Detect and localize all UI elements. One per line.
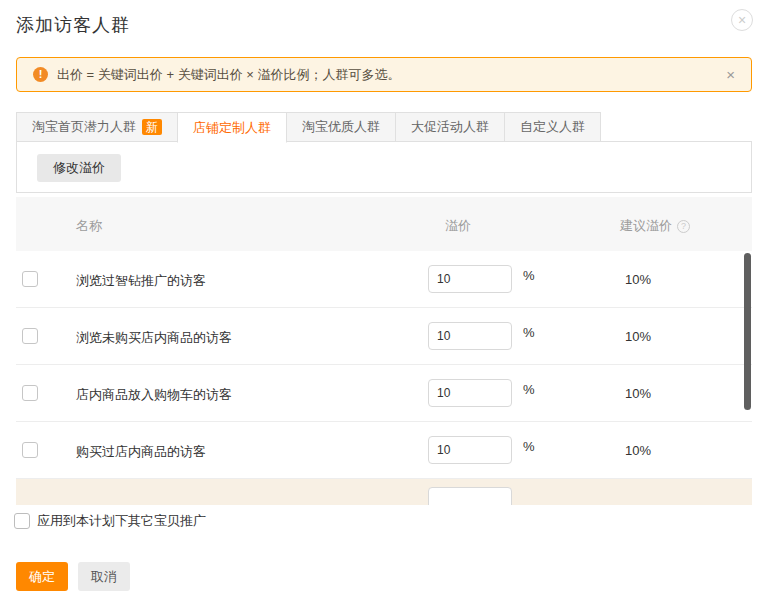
column-header-name: 名称 bbox=[76, 217, 102, 235]
column-header-premium: 溢价 bbox=[445, 217, 471, 235]
bid-formula-banner: ! 出价 = 关键词出价 + 关键词出价 × 溢价比例；人群可多选。 × bbox=[16, 57, 752, 92]
tab-0[interactable]: 淘宝首页潜力人群新 bbox=[16, 112, 178, 142]
percent-sign: % bbox=[523, 268, 535, 283]
table-row-partial bbox=[16, 479, 752, 505]
table-row: 购买过店内商品的访客 % 10% bbox=[16, 422, 752, 479]
modify-premium-button[interactable]: 修改溢价 bbox=[37, 154, 121, 182]
suggested-premium-value: 10% bbox=[625, 443, 651, 458]
tab-3[interactable]: 大促活动人群 bbox=[395, 112, 505, 142]
tab-label: 大促活动人群 bbox=[411, 118, 489, 136]
banner-text: 出价 = 关键词出价 + 关键词出价 × 溢价比例；人群可多选。 bbox=[57, 66, 400, 84]
scrollbar-thumb[interactable] bbox=[744, 253, 751, 410]
apply-to-plan-row[interactable]: 应用到本计划下其它宝贝推广 bbox=[14, 512, 206, 530]
percent-sign: % bbox=[523, 439, 535, 454]
tab-label: 自定义人群 bbox=[520, 118, 585, 136]
audience-name: 浏览过智钻推广的访客 bbox=[76, 272, 206, 290]
tab-content-panel: 修改溢价 bbox=[16, 141, 752, 193]
table-header: 名称 溢价 建议溢价 ? bbox=[16, 197, 752, 251]
tab-label: 店铺定制人群 bbox=[193, 119, 271, 137]
confirm-button[interactable]: 确定 bbox=[16, 562, 68, 591]
row-checkbox[interactable] bbox=[22, 442, 38, 458]
premium-input[interactable] bbox=[428, 487, 512, 505]
audience-list: 浏览过智钻推广的访客 % 10% 浏览未购买店内商品的访客 % 10% 店内商品… bbox=[16, 251, 752, 505]
tab-1[interactable]: 店铺定制人群 bbox=[177, 112, 287, 143]
row-checkbox[interactable] bbox=[22, 271, 38, 287]
audience-tabs: 淘宝首页潜力人群新店铺定制人群淘宝优质人群大促活动人群自定义人群 bbox=[16, 112, 600, 142]
suggested-premium-value: 10% bbox=[625, 272, 651, 287]
premium-input[interactable] bbox=[428, 265, 512, 293]
cancel-button[interactable]: 取消 bbox=[78, 562, 130, 591]
tab-2[interactable]: 淘宝优质人群 bbox=[286, 112, 396, 142]
premium-input[interactable] bbox=[428, 436, 512, 464]
table-body: 浏览过智钻推广的访客 % 10% 浏览未购买店内商品的访客 % 10% 店内商品… bbox=[16, 251, 752, 479]
audience-name: 浏览未购买店内商品的访客 bbox=[76, 329, 232, 347]
new-badge: 新 bbox=[142, 119, 162, 135]
dialog-close-icon[interactable]: × bbox=[731, 9, 753, 31]
add-visitor-audience-dialog: 添加访客人群 × ! 出价 = 关键词出价 + 关键词出价 × 溢价比例；人群可… bbox=[0, 0, 768, 611]
table-row: 店内商品放入购物车的访客 % 10% bbox=[16, 365, 752, 422]
premium-input[interactable] bbox=[428, 379, 512, 407]
suggested-premium-value: 10% bbox=[625, 329, 651, 344]
suggested-premium-value: 10% bbox=[625, 386, 651, 401]
table-row: 浏览过智钻推广的访客 % 10% bbox=[16, 251, 752, 308]
help-icon[interactable]: ? bbox=[677, 220, 690, 233]
audience-name: 购买过店内商品的访客 bbox=[76, 443, 206, 461]
audience-name: 店内商品放入购物车的访客 bbox=[76, 386, 232, 404]
percent-sign: % bbox=[523, 382, 535, 397]
row-checkbox[interactable] bbox=[22, 385, 38, 401]
apply-to-plan-label: 应用到本计划下其它宝贝推广 bbox=[37, 512, 206, 530]
apply-to-plan-checkbox[interactable] bbox=[14, 513, 30, 529]
premium-input[interactable] bbox=[428, 322, 512, 350]
table-row: 浏览未购买店内商品的访客 % 10% bbox=[16, 308, 752, 365]
warning-icon: ! bbox=[33, 67, 48, 82]
tab-4[interactable]: 自定义人群 bbox=[504, 112, 601, 142]
dialog-title: 添加访客人群 bbox=[16, 13, 130, 37]
row-checkbox[interactable] bbox=[22, 328, 38, 344]
percent-sign: % bbox=[523, 325, 535, 340]
tab-label: 淘宝首页潜力人群 bbox=[32, 118, 136, 136]
column-header-suggested: 建议溢价 ? bbox=[620, 217, 690, 235]
banner-close-icon[interactable]: × bbox=[726, 66, 735, 83]
tab-label: 淘宝优质人群 bbox=[302, 118, 380, 136]
column-header-suggested-label: 建议溢价 bbox=[620, 217, 672, 235]
